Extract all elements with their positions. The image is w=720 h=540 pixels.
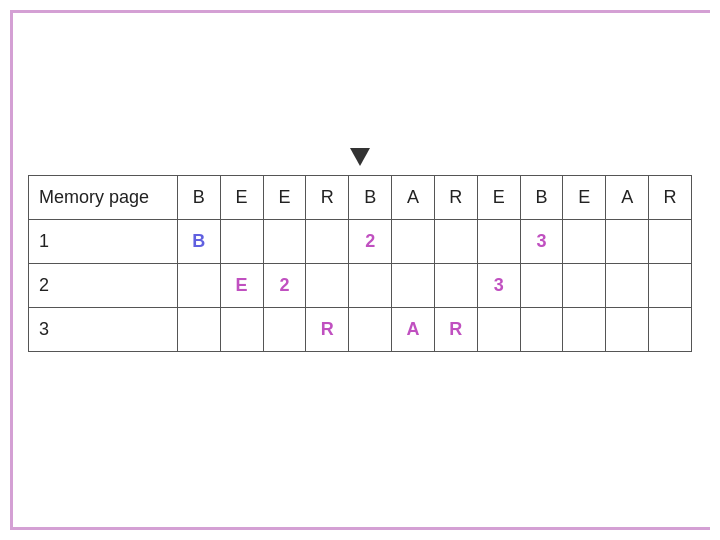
cell-r0-c4: 2 xyxy=(349,220,392,264)
table-row-0: 1B23 xyxy=(29,220,692,264)
table-header-row: Memory pageBEERBAREBEAR xyxy=(29,176,692,220)
sequence-cell-3: R xyxy=(306,176,349,220)
cell-r1-c6 xyxy=(434,264,477,308)
sequence-cell-10: A xyxy=(606,176,649,220)
cell-r0-c0: B xyxy=(177,220,220,264)
border-top xyxy=(10,10,710,13)
cell-r0-c3 xyxy=(306,220,349,264)
sequence-cell-2: E xyxy=(263,176,306,220)
cell-r0-c2 xyxy=(263,220,306,264)
cell-r0-c8: 3 xyxy=(520,220,563,264)
cell-r2-c11 xyxy=(649,308,692,352)
sequence-cell-1: E xyxy=(220,176,263,220)
sequence-cell-7: E xyxy=(477,176,520,220)
header-label: Memory page xyxy=(29,176,178,220)
sequence-cell-0: B xyxy=(177,176,220,220)
cell-r1-c10 xyxy=(606,264,649,308)
memory-table: Memory pageBEERBAREBEAR1B232E233RAR xyxy=(28,175,692,352)
cell-r1-c0 xyxy=(177,264,220,308)
cell-r2-c6: R xyxy=(434,308,477,352)
cell-r2-c4 xyxy=(349,308,392,352)
cell-r0-c5 xyxy=(392,220,435,264)
cell-r0-c6 xyxy=(434,220,477,264)
cell-r0-c11 xyxy=(649,220,692,264)
table-row-2: 3RAR xyxy=(29,308,692,352)
sequence-cell-8: B xyxy=(520,176,563,220)
cell-r1-c9 xyxy=(563,264,606,308)
cell-r1-c1: E xyxy=(220,264,263,308)
memory-table-wrapper: Memory pageBEERBAREBEAR1B232E233RAR xyxy=(28,175,692,352)
cell-r0-c10 xyxy=(606,220,649,264)
cell-r2-c2 xyxy=(263,308,306,352)
cell-r0-c7 xyxy=(477,220,520,264)
cell-r1-c3 xyxy=(306,264,349,308)
cell-r1-c5 xyxy=(392,264,435,308)
cell-r0-c9 xyxy=(563,220,606,264)
cell-r2-c3: R xyxy=(306,308,349,352)
cell-r2-c0 xyxy=(177,308,220,352)
down-arrow-icon xyxy=(350,148,370,166)
sequence-cell-9: E xyxy=(563,176,606,220)
sequence-cell-4: B xyxy=(349,176,392,220)
sequence-cell-11: R xyxy=(649,176,692,220)
cell-r2-c5: A xyxy=(392,308,435,352)
cell-r1-c11 xyxy=(649,264,692,308)
row-label-1: 2 xyxy=(29,264,178,308)
sequence-cell-5: A xyxy=(392,176,435,220)
cell-r1-c7: 3 xyxy=(477,264,520,308)
cell-r2-c9 xyxy=(563,308,606,352)
cell-r1-c4 xyxy=(349,264,392,308)
cell-r1-c8 xyxy=(520,264,563,308)
row-label-0: 1 xyxy=(29,220,178,264)
cell-r2-c1 xyxy=(220,308,263,352)
row-label-2: 3 xyxy=(29,308,178,352)
table-row-1: 2E23 xyxy=(29,264,692,308)
sequence-cell-6: R xyxy=(434,176,477,220)
cell-r2-c10 xyxy=(606,308,649,352)
cell-r0-c1 xyxy=(220,220,263,264)
border-bottom xyxy=(10,527,710,530)
cell-r2-c8 xyxy=(520,308,563,352)
border-left xyxy=(10,10,13,530)
cell-r1-c2: 2 xyxy=(263,264,306,308)
cell-r2-c7 xyxy=(477,308,520,352)
